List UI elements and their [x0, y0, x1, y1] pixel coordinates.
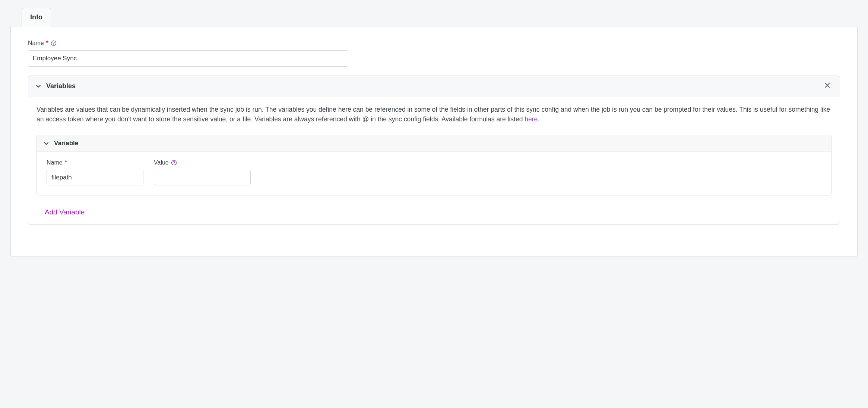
variables-description-suffix: .	[538, 115, 539, 123]
variable-value-input[interactable]	[154, 170, 251, 185]
svg-point-5	[174, 163, 174, 164]
variable-value-label: Value	[154, 159, 169, 166]
variable-name-input[interactable]	[47, 170, 143, 185]
variables-description: Variables are values that can be dynamic…	[37, 105, 831, 124]
chevron-down-icon[interactable]	[43, 140, 50, 147]
name-label-row: Name *	[28, 40, 840, 47]
add-variable-button[interactable]: Add Variable	[45, 208, 85, 216]
variables-section-header: Variables	[28, 76, 840, 96]
variable-item: Variable Name *	[37, 135, 831, 195]
variable-name-label-row: Name *	[47, 159, 143, 166]
variable-name-label: Name	[47, 159, 63, 166]
help-icon[interactable]	[51, 40, 57, 46]
variable-item-title: Variable	[54, 140, 78, 147]
info-panel: Name *	[10, 26, 858, 257]
variable-value-label-row: Value	[154, 159, 251, 166]
close-icon[interactable]	[822, 81, 833, 91]
tab-info-label: Info	[30, 13, 42, 21]
required-marker: *	[65, 159, 67, 166]
variables-section-title: Variables	[46, 82, 76, 90]
formulas-link[interactable]: here	[525, 115, 538, 123]
variables-description-text: Variables are values that can be dynamic…	[37, 106, 830, 123]
tab-info[interactable]: Info	[22, 8, 51, 26]
help-icon[interactable]	[171, 160, 177, 166]
required-marker: *	[46, 40, 48, 47]
name-label: Name	[28, 40, 44, 47]
chevron-down-icon[interactable]	[35, 83, 42, 89]
variable-item-header: Variable	[37, 135, 831, 152]
name-input[interactable]	[28, 50, 348, 67]
svg-point-1	[53, 44, 54, 45]
variables-section: Variables Variables are values that can …	[28, 76, 840, 225]
